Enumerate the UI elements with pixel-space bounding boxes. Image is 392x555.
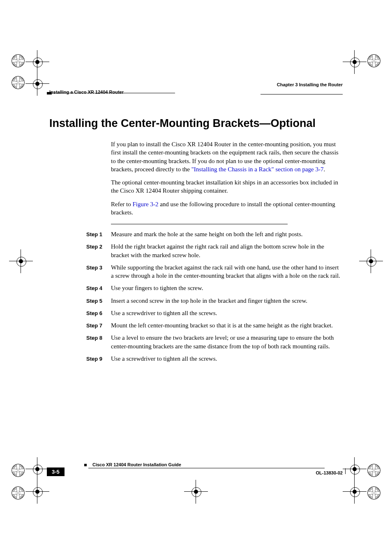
print-mark bbox=[367, 54, 380, 67]
step-text: Mount the left center-mounting bracket s… bbox=[111, 321, 343, 329]
paragraph-text: . bbox=[324, 166, 325, 173]
step-row: Step 3While supporting the bracket again… bbox=[86, 263, 343, 280]
step-text: While supporting the bracket against the… bbox=[111, 263, 343, 280]
step-row: Step 5Insert a second screw in the top h… bbox=[86, 297, 343, 305]
step-text: Use a screwdriver to tighten all the scr… bbox=[111, 355, 343, 363]
print-regmark bbox=[362, 253, 380, 270]
page-title: Installing the Center-Mounting Brackets—… bbox=[49, 117, 343, 130]
print-mark bbox=[12, 76, 25, 89]
step-text: Insert a second screw in the top hole in… bbox=[111, 297, 343, 305]
step-label: Step 3 bbox=[86, 263, 111, 280]
cross-reference-link[interactable]: Figure 3-2 bbox=[132, 201, 158, 207]
step-row: Step 2Hold the right bracket against the… bbox=[86, 242, 343, 259]
print-mark bbox=[12, 54, 25, 67]
paragraph: If you plan to install the Cisco XR 1240… bbox=[111, 140, 343, 173]
paragraph: Refer to Figure 3-2 and use the followin… bbox=[111, 200, 343, 217]
step-label: Step 8 bbox=[86, 334, 111, 350]
cross-reference-link[interactable]: "Installing the Chassis in a Rack" secti… bbox=[191, 166, 324, 173]
steps-separator bbox=[111, 224, 288, 224]
step-row: Step 6Use a screwdriver to tighten all t… bbox=[86, 309, 343, 317]
footer-rule bbox=[88, 468, 325, 468]
step-text: Use your fingers to tighten the screw. bbox=[111, 284, 343, 292]
paragraph-text: Refer to bbox=[111, 201, 132, 207]
print-regmark bbox=[346, 461, 363, 478]
step-label: Step 5 bbox=[86, 297, 111, 305]
header-rule bbox=[47, 92, 52, 94]
step-label: Step 9 bbox=[86, 355, 111, 363]
step-label: Step 7 bbox=[86, 321, 111, 329]
print-regmark bbox=[29, 75, 46, 92]
step-row: Step 7Mount the left center-mounting bra… bbox=[86, 321, 343, 329]
step-text: Hold the right bracket against the right… bbox=[111, 242, 343, 259]
footer-end-rule bbox=[345, 468, 346, 474]
footer-bullet-icon bbox=[84, 464, 87, 466]
print-regmark bbox=[29, 461, 46, 478]
header-chapter-title: Chapter 3 Installing the Router bbox=[261, 82, 343, 94]
print-regmark bbox=[187, 483, 205, 500]
print-regmark bbox=[346, 483, 363, 500]
print-regmark bbox=[12, 253, 30, 270]
footer-guide-title: Cisco XR 12404 Router Installation Guide bbox=[92, 462, 343, 467]
document-id: OL-13830-02 bbox=[316, 470, 343, 475]
paragraph: The optional center-mounting bracket ins… bbox=[111, 178, 343, 195]
print-mark bbox=[367, 464, 380, 477]
step-text: Use a screwdriver to tighten all the scr… bbox=[111, 309, 343, 317]
steps-list: Step 1Measure and mark the hole at the s… bbox=[86, 230, 343, 363]
step-label: Step 6 bbox=[86, 309, 111, 317]
step-row: Step 8Use a level to ensure the two brac… bbox=[86, 334, 343, 350]
step-label: Step 2 bbox=[86, 242, 111, 259]
step-row: Step 9Use a screwdriver to tighten all t… bbox=[86, 355, 343, 363]
page-footer: Cisco XR 12404 Router Installation Guide… bbox=[49, 468, 343, 473]
step-text: Use a level to ensure the two brackets a… bbox=[111, 334, 343, 350]
step-row: Step 1Measure and mark the hole at the s… bbox=[86, 230, 343, 238]
print-mark bbox=[12, 464, 25, 477]
step-label: Step 4 bbox=[86, 284, 111, 292]
step-label: Step 1 bbox=[86, 230, 111, 238]
page-number-badge: 3-5 bbox=[47, 467, 65, 476]
print-regmark bbox=[346, 53, 363, 71]
running-header: Installing a Cisco XR 12404 Router Chapt… bbox=[49, 82, 343, 94]
print-mark bbox=[12, 486, 25, 500]
print-mark bbox=[367, 486, 380, 500]
print-regmark bbox=[29, 53, 46, 71]
step-text: Measure and mark the hole at the same he… bbox=[111, 230, 343, 238]
print-regmark bbox=[29, 483, 46, 500]
step-row: Step 4Use your fingers to tighten the sc… bbox=[86, 284, 343, 292]
